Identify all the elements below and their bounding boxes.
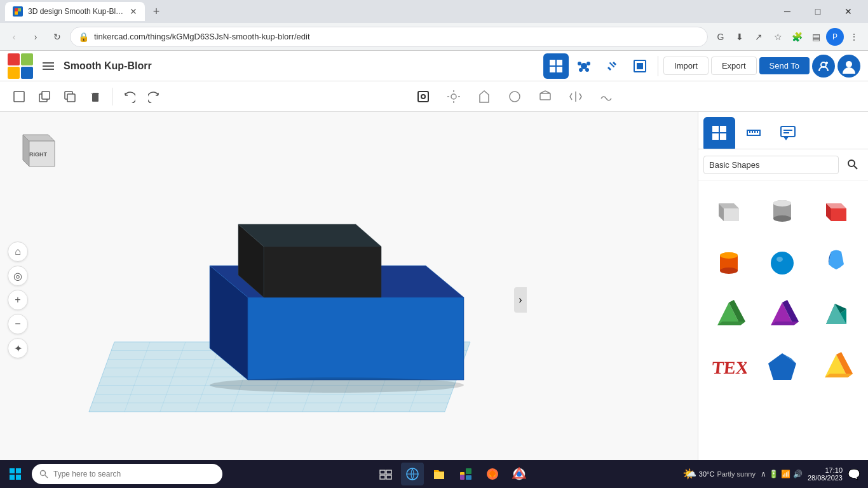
redo-button[interactable]: [143, 85, 166, 108]
canvas-area[interactable]: RIGHT: [0, 112, 698, 488]
search-button[interactable]: [843, 154, 863, 175]
shape-item-blue-sphere[interactable]: [757, 238, 808, 288]
shape-item-red-box[interactable]: [811, 186, 862, 236]
shape-item-navy-diamond[interactable]: [757, 342, 808, 393]
shapes-category-select[interactable]: Basic Shapes: [703, 156, 839, 174]
start-button[interactable]: [3, 461, 28, 487]
shape-item-yellow-pyramid[interactable]: [811, 342, 862, 393]
url-bar[interactable]: 🔒 tinkercad.com/things/kGMgD63SJsN-smoot…: [70, 27, 708, 47]
svg-point-96: [771, 252, 794, 274]
send-to-button[interactable]: Send To: [759, 57, 810, 74]
refresh-button[interactable]: ↻: [48, 28, 66, 46]
box-view-button[interactable]: [627, 53, 653, 79]
svg-rect-116: [16, 475, 21, 480]
header-actions: Import Export Send To: [543, 53, 860, 79]
extension-icon[interactable]: 🧩: [788, 28, 806, 46]
browser-profile-avatar[interactable]: P: [826, 28, 844, 46]
svg-rect-0: [15, 8, 18, 11]
tools-view-button[interactable]: [599, 53, 625, 79]
svg-rect-120: [386, 470, 391, 474]
svg-rect-115: [10, 475, 15, 480]
add-friend-button[interactable]: [812, 55, 835, 78]
active-tab[interactable]: 3D design Smooth Kup-Blorr | Ti ✕: [5, 2, 145, 21]
layers-button[interactable]: [534, 85, 557, 108]
notification-icon[interactable]: 🗨️: [848, 468, 860, 480]
weather-info: 🌤️ 30°C Partly sunny: [682, 467, 756, 481]
svg-point-67: [210, 377, 464, 393]
svg-rect-114: [16, 468, 21, 473]
vision-toggle-button[interactable]: [412, 85, 435, 108]
export-button[interactable]: Export: [711, 57, 757, 75]
rope-button[interactable]: [595, 85, 618, 108]
taskbar-browser-app[interactable]: [401, 463, 424, 485]
shape-outline-button[interactable]: [473, 85, 496, 108]
taskbar-search-box[interactable]: [32, 464, 222, 484]
chevron-up-icon[interactable]: ∧: [761, 470, 766, 478]
shape-item-teal-wedge[interactable]: [811, 290, 862, 341]
svg-rect-25: [42, 92, 50, 99]
shape-item-purple-pyramid[interactable]: [757, 290, 808, 341]
address-actions: G ⬇ ↗ ☆ 🧩 ▤ P ⋮: [712, 28, 863, 46]
taskbar-firefox-app[interactable]: [481, 463, 504, 485]
close-button[interactable]: ✕: [834, 0, 863, 23]
import-button[interactable]: Import: [663, 57, 709, 75]
forward-button[interactable]: ›: [27, 28, 44, 46]
user-avatar[interactable]: [837, 55, 860, 78]
chat-tab[interactable]: [772, 117, 804, 149]
new-shape-button[interactable]: [8, 85, 31, 108]
grid-view-button[interactable]: [543, 53, 569, 79]
delete-button[interactable]: [84, 85, 107, 108]
zoom-out-button[interactable]: −: [8, 314, 28, 334]
circle-outline-button[interactable]: [503, 85, 526, 108]
svg-marker-108: [768, 353, 796, 380]
header-separator: [658, 56, 658, 76]
target-view-button[interactable]: ◎: [8, 266, 28, 286]
menu-icon[interactable]: ⋮: [845, 28, 863, 46]
svg-rect-7: [550, 60, 555, 65]
svg-rect-71: [720, 133, 726, 140]
shapes-tab[interactable]: [703, 117, 735, 149]
tab-close-icon[interactable]: ✕: [130, 6, 137, 17]
taskbar-files-app[interactable]: [428, 463, 451, 485]
back-button[interactable]: ‹: [5, 28, 23, 46]
google-icon[interactable]: G: [712, 28, 729, 46]
shape-item-gray-box[interactable]: [703, 186, 754, 236]
ruler-tab[interactable]: [738, 117, 770, 149]
shape-item-blue-figure[interactable]: [811, 238, 862, 288]
download-icon[interactable]: ⬇: [731, 28, 749, 46]
volume-icon[interactable]: 🔊: [793, 470, 803, 478]
shape-item-orange-cylinder[interactable]: [703, 238, 754, 288]
share-icon[interactable]: ↗: [750, 28, 768, 46]
shapes-grid: TEXT: [698, 180, 868, 398]
svg-point-97: [776, 257, 783, 262]
copy-button[interactable]: [33, 85, 56, 108]
mirror-button[interactable]: [564, 85, 587, 108]
shape-item-green-pyramid[interactable]: [703, 290, 754, 341]
minimize-button[interactable]: ─: [773, 0, 802, 23]
undo-button[interactable]: [118, 85, 140, 108]
shape-item-gray-cylinder[interactable]: [757, 186, 808, 236]
taskbar-chrome-app[interactable]: [508, 463, 531, 485]
compass-button[interactable]: ✦: [8, 338, 28, 358]
svg-rect-10: [557, 67, 562, 72]
taskview-button[interactable]: [374, 463, 397, 485]
light-button[interactable]: [442, 85, 465, 108]
home-view-button[interactable]: ⌂: [8, 241, 28, 262]
sidebar-icon[interactable]: ▤: [807, 28, 825, 46]
paw-view-button[interactable]: [571, 53, 597, 79]
svg-point-88: [773, 200, 791, 207]
taskbar-photos-app[interactable]: [454, 463, 477, 485]
star-icon[interactable]: ☆: [769, 28, 787, 46]
svg-line-81: [854, 166, 857, 169]
duplicate-button[interactable]: [58, 85, 81, 108]
taskbar-search-input[interactable]: [53, 470, 193, 478]
zoom-in-button[interactable]: +: [8, 290, 28, 310]
hamburger-menu-button[interactable]: [38, 56, 58, 76]
svg-rect-68: [712, 126, 719, 132]
maximize-button[interactable]: □: [803, 0, 832, 23]
panel-collapse-button[interactable]: ›: [514, 287, 527, 313]
tinkercad-logo[interactable]: [8, 53, 33, 79]
shape-item-red-text[interactable]: TEXT: [703, 342, 754, 393]
new-tab-button[interactable]: +: [147, 3, 165, 20]
taskbar-clock[interactable]: 17:10 28/08/2023: [808, 466, 843, 482]
